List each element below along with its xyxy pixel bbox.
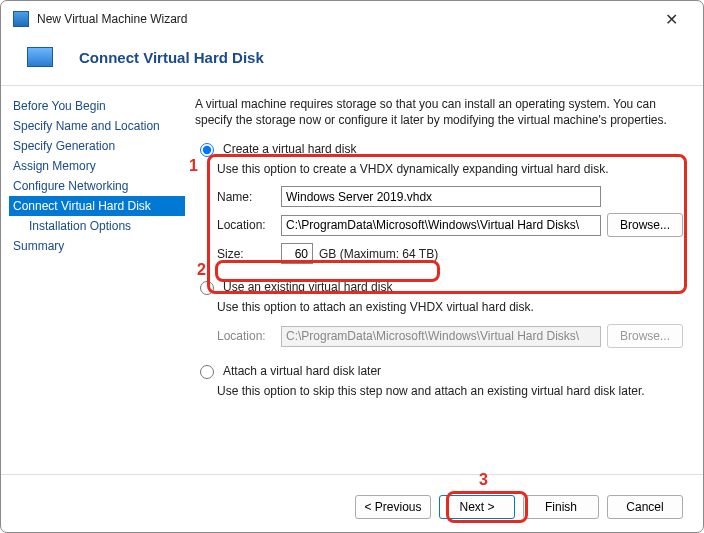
- intro-text: A virtual machine requires storage so th…: [195, 96, 683, 128]
- existing-location-label: Location:: [217, 329, 275, 343]
- page-title: Connect Virtual Hard Disk: [79, 49, 264, 66]
- radio-existing-label: Use an existing virtual hard disk: [223, 280, 392, 294]
- nav-assign-memory[interactable]: Assign Memory: [9, 156, 185, 176]
- nav-connect-vhd[interactable]: Connect Virtual Hard Disk: [9, 196, 185, 216]
- option-create-desc: Use this option to create a VHDX dynamic…: [195, 162, 683, 176]
- option-later: Attach a virtual hard disk later Use thi…: [195, 360, 683, 398]
- name-label: Name:: [217, 190, 275, 204]
- nav-configure-networking[interactable]: Configure Networking: [9, 176, 185, 196]
- existing-browse-button: Browse...: [607, 324, 683, 348]
- previous-button[interactable]: < Previous: [355, 495, 431, 519]
- wizard-window: New Virtual Machine Wizard ✕ Connect Vir…: [0, 0, 704, 533]
- option-existing-desc: Use this option to attach an existing VH…: [195, 300, 683, 314]
- size-label: Size:: [217, 247, 275, 261]
- option-existing: Use an existing virtual hard disk Use th…: [195, 276, 683, 348]
- radio-later-label: Attach a virtual hard disk later: [223, 364, 381, 378]
- nav-installation-options[interactable]: Installation Options: [9, 216, 185, 236]
- radio-existing[interactable]: [200, 281, 214, 295]
- option-later-desc: Use this option to skip this step now an…: [195, 384, 683, 398]
- wizard-content: A virtual machine requires storage so th…: [187, 86, 703, 465]
- option-create: Create a virtual hard disk Use this opti…: [195, 138, 683, 264]
- nav-specify-generation[interactable]: Specify Generation: [9, 136, 185, 156]
- titlebar: New Virtual Machine Wizard ✕: [1, 1, 703, 33]
- app-icon: [13, 11, 29, 27]
- browse-button[interactable]: Browse...: [607, 213, 683, 237]
- wizard-footer: < Previous Next > Finish Cancel: [1, 474, 703, 532]
- window-title: New Virtual Machine Wizard: [37, 12, 651, 26]
- wizard-header: Connect Virtual Hard Disk: [1, 33, 703, 86]
- size-suffix: GB (Maximum: 64 TB): [319, 247, 438, 261]
- nav-specify-name[interactable]: Specify Name and Location: [9, 116, 185, 136]
- radio-create-label: Create a virtual hard disk: [223, 142, 356, 156]
- header-icon: [27, 47, 53, 67]
- existing-location-input: [281, 326, 601, 347]
- radio-create[interactable]: [200, 143, 214, 157]
- close-icon[interactable]: ✕: [651, 5, 691, 33]
- wizard-nav: Before You Begin Specify Name and Locati…: [1, 86, 187, 465]
- finish-button[interactable]: Finish: [523, 495, 599, 519]
- location-label: Location:: [217, 218, 275, 232]
- radio-later[interactable]: [200, 365, 214, 379]
- nav-before-you-begin[interactable]: Before You Begin: [9, 96, 185, 116]
- cancel-button[interactable]: Cancel: [607, 495, 683, 519]
- nav-summary[interactable]: Summary: [9, 236, 185, 256]
- size-input[interactable]: [281, 243, 313, 264]
- location-input[interactable]: [281, 215, 601, 236]
- name-input[interactable]: [281, 186, 601, 207]
- next-button[interactable]: Next >: [439, 495, 515, 519]
